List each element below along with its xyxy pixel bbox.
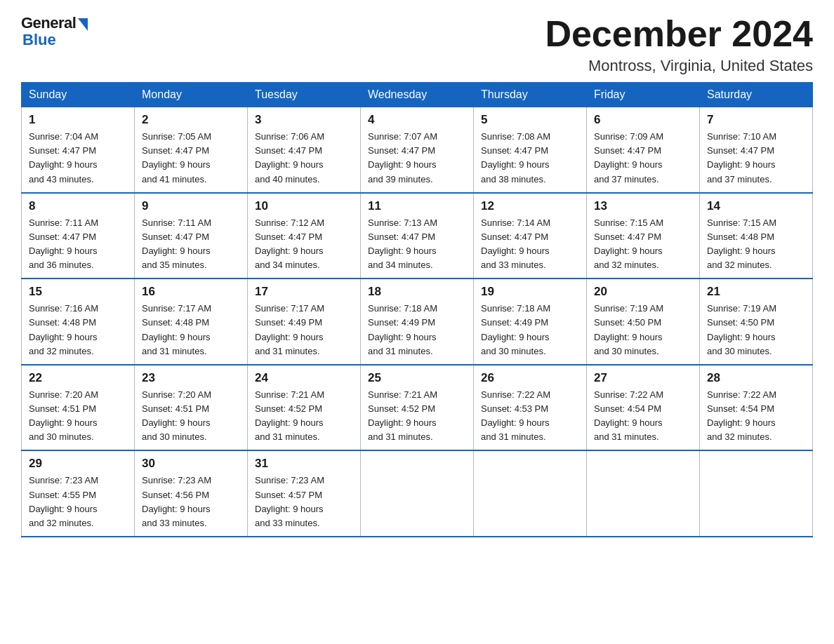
day-number: 9: [142, 199, 240, 213]
day-info: Sunrise: 7:17 AMSunset: 4:48 PMDaylight:…: [142, 302, 240, 358]
day-info: Sunrise: 7:15 AMSunset: 4:48 PMDaylight:…: [707, 216, 805, 273]
day-number: 25: [368, 371, 466, 385]
calendar-cell: 20Sunrise: 7:19 AMSunset: 4:50 PMDayligh…: [587, 279, 700, 365]
day-info: Sunrise: 7:04 AMSunset: 4:47 PMDaylight:…: [29, 130, 127, 187]
calendar-cell: 10Sunrise: 7:12 AMSunset: 4:47 PMDayligh…: [248, 193, 361, 279]
calendar-cell: [700, 450, 813, 537]
day-number: 16: [142, 285, 240, 299]
calendar-cell: [587, 450, 700, 537]
day-info: Sunrise: 7:05 AMSunset: 4:47 PMDaylight:…: [142, 130, 240, 187]
calendar-cell: 7Sunrise: 7:10 AMSunset: 4:47 PMDaylight…: [700, 107, 813, 193]
day-info: Sunrise: 7:12 AMSunset: 4:47 PMDaylight:…: [255, 216, 353, 273]
calendar-cell: 17Sunrise: 7:17 AMSunset: 4:49 PMDayligh…: [248, 279, 361, 365]
day-info: Sunrise: 7:20 AMSunset: 4:51 PMDaylight:…: [29, 388, 127, 445]
calendar-cell: 13Sunrise: 7:15 AMSunset: 4:47 PMDayligh…: [587, 193, 700, 279]
day-info: Sunrise: 7:13 AMSunset: 4:47 PMDaylight:…: [368, 216, 466, 273]
week-row: 1Sunrise: 7:04 AMSunset: 4:47 PMDaylight…: [22, 107, 813, 193]
calendar-cell: 24Sunrise: 7:21 AMSunset: 4:52 PMDayligh…: [248, 365, 361, 451]
day-number: 15: [29, 285, 127, 299]
calendar-cell: 21Sunrise: 7:19 AMSunset: 4:50 PMDayligh…: [700, 279, 813, 365]
day-info: Sunrise: 7:22 AMSunset: 4:54 PMDaylight:…: [707, 388, 805, 445]
day-number: 23: [142, 371, 240, 385]
calendar-title: December 2024: [545, 14, 813, 54]
calendar-cell: 14Sunrise: 7:15 AMSunset: 4:48 PMDayligh…: [700, 193, 813, 279]
day-info: Sunrise: 7:08 AMSunset: 4:47 PMDaylight:…: [481, 130, 579, 187]
calendar-cell: 2Sunrise: 7:05 AMSunset: 4:47 PMDaylight…: [135, 107, 248, 193]
logo-arrow-icon: [78, 18, 88, 31]
day-number: 7: [707, 113, 805, 127]
day-info: Sunrise: 7:18 AMSunset: 4:49 PMDaylight:…: [368, 302, 466, 358]
day-number: 18: [368, 285, 466, 299]
day-number: 11: [368, 199, 466, 213]
day-number: 29: [29, 457, 127, 471]
calendar-cell: 29Sunrise: 7:23 AMSunset: 4:55 PMDayligh…: [22, 450, 135, 537]
day-info: Sunrise: 7:14 AMSunset: 4:47 PMDaylight:…: [481, 216, 579, 273]
day-number: 12: [481, 199, 579, 213]
calendar-cell: [361, 450, 474, 537]
week-row: 22Sunrise: 7:20 AMSunset: 4:51 PMDayligh…: [22, 365, 813, 451]
calendar-cell: 27Sunrise: 7:22 AMSunset: 4:54 PMDayligh…: [587, 365, 700, 451]
day-info: Sunrise: 7:20 AMSunset: 4:51 PMDaylight:…: [142, 388, 240, 445]
calendar-cell: 4Sunrise: 7:07 AMSunset: 4:47 PMDaylight…: [361, 107, 474, 193]
calendar-cell: 31Sunrise: 7:23 AMSunset: 4:57 PMDayligh…: [248, 450, 361, 537]
day-of-week-header: Friday: [587, 83, 700, 107]
day-number: 2: [142, 113, 240, 127]
calendar-cell: 28Sunrise: 7:22 AMSunset: 4:54 PMDayligh…: [700, 365, 813, 451]
day-info: Sunrise: 7:09 AMSunset: 4:47 PMDaylight:…: [594, 130, 692, 187]
day-of-week-header: Monday: [135, 83, 248, 107]
day-info: Sunrise: 7:22 AMSunset: 4:54 PMDaylight:…: [594, 388, 692, 445]
day-number: 26: [481, 371, 579, 385]
day-number: 6: [594, 113, 692, 127]
day-of-week-header: Thursday: [474, 83, 587, 107]
calendar-cell: 30Sunrise: 7:23 AMSunset: 4:56 PMDayligh…: [135, 450, 248, 537]
day-info: Sunrise: 7:15 AMSunset: 4:47 PMDaylight:…: [594, 216, 692, 273]
day-info: Sunrise: 7:23 AMSunset: 4:55 PMDaylight:…: [29, 474, 127, 530]
day-info: Sunrise: 7:16 AMSunset: 4:48 PMDaylight:…: [29, 302, 127, 358]
day-info: Sunrise: 7:10 AMSunset: 4:47 PMDaylight:…: [707, 130, 805, 187]
day-info: Sunrise: 7:18 AMSunset: 4:49 PMDaylight:…: [481, 302, 579, 358]
calendar-cell: 19Sunrise: 7:18 AMSunset: 4:49 PMDayligh…: [474, 279, 587, 365]
day-number: 28: [707, 371, 805, 385]
day-info: Sunrise: 7:19 AMSunset: 4:50 PMDaylight:…: [707, 302, 805, 358]
calendar-cell: 6Sunrise: 7:09 AMSunset: 4:47 PMDaylight…: [587, 107, 700, 193]
week-row: 8Sunrise: 7:11 AMSunset: 4:47 PMDaylight…: [22, 193, 813, 279]
calendar-cell: 26Sunrise: 7:22 AMSunset: 4:53 PMDayligh…: [474, 365, 587, 451]
days-header-row: SundayMondayTuesdayWednesdayThursdayFrid…: [22, 83, 813, 107]
logo: General Blue: [21, 14, 88, 49]
day-number: 17: [255, 285, 353, 299]
calendar-cell: 1Sunrise: 7:04 AMSunset: 4:47 PMDaylight…: [22, 107, 135, 193]
calendar-cell: 8Sunrise: 7:11 AMSunset: 4:47 PMDaylight…: [22, 193, 135, 279]
week-row: 15Sunrise: 7:16 AMSunset: 4:48 PMDayligh…: [22, 279, 813, 365]
title-block: December 2024 Montross, Virginia, United…: [545, 14, 813, 75]
calendar-cell: 23Sunrise: 7:20 AMSunset: 4:51 PMDayligh…: [135, 365, 248, 451]
logo-general-text: General: [21, 14, 76, 32]
day-of-week-header: Sunday: [22, 83, 135, 107]
day-number: 10: [255, 199, 353, 213]
day-number: 13: [594, 199, 692, 213]
day-of-week-header: Tuesday: [248, 83, 361, 107]
day-info: Sunrise: 7:11 AMSunset: 4:47 PMDaylight:…: [142, 216, 240, 273]
day-number: 5: [481, 113, 579, 127]
day-info: Sunrise: 7:23 AMSunset: 4:56 PMDaylight:…: [142, 474, 240, 530]
calendar-cell: 11Sunrise: 7:13 AMSunset: 4:47 PMDayligh…: [361, 193, 474, 279]
day-info: Sunrise: 7:06 AMSunset: 4:47 PMDaylight:…: [255, 130, 353, 187]
day-number: 31: [255, 457, 353, 471]
day-number: 22: [29, 371, 127, 385]
day-info: Sunrise: 7:17 AMSunset: 4:49 PMDaylight:…: [255, 302, 353, 358]
day-info: Sunrise: 7:11 AMSunset: 4:47 PMDaylight:…: [29, 216, 127, 273]
day-number: 14: [707, 199, 805, 213]
day-number: 24: [255, 371, 353, 385]
logo-blue-text: Blue: [22, 31, 56, 49]
day-info: Sunrise: 7:21 AMSunset: 4:52 PMDaylight:…: [255, 388, 353, 445]
calendar-cell: 15Sunrise: 7:16 AMSunset: 4:48 PMDayligh…: [22, 279, 135, 365]
day-number: 20: [594, 285, 692, 299]
calendar-cell: 16Sunrise: 7:17 AMSunset: 4:48 PMDayligh…: [135, 279, 248, 365]
page-header: General Blue December 2024 Montross, Vir…: [21, 14, 813, 75]
day-number: 27: [594, 371, 692, 385]
day-info: Sunrise: 7:21 AMSunset: 4:52 PMDaylight:…: [368, 388, 466, 445]
calendar-cell: 5Sunrise: 7:08 AMSunset: 4:47 PMDaylight…: [474, 107, 587, 193]
day-number: 3: [255, 113, 353, 127]
day-number: 19: [481, 285, 579, 299]
calendar-table: SundayMondayTuesdayWednesdayThursdayFrid…: [21, 82, 813, 537]
calendar-cell: 22Sunrise: 7:20 AMSunset: 4:51 PMDayligh…: [22, 365, 135, 451]
